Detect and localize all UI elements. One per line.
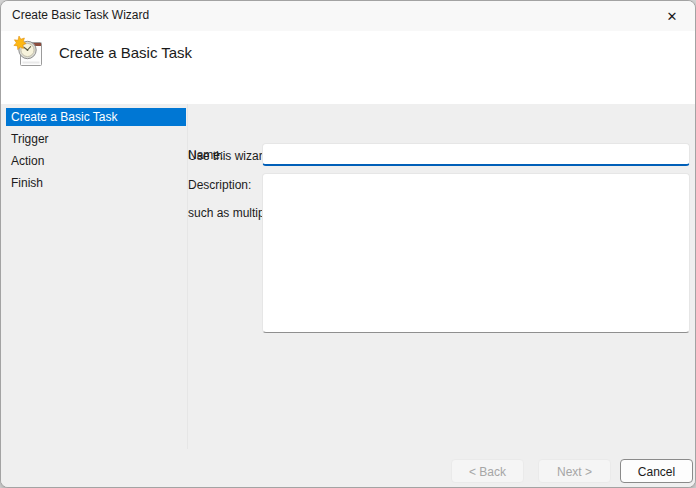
cancel-button[interactable]: Cancel: [620, 459, 693, 483]
name-input[interactable]: [262, 143, 690, 166]
description-textarea[interactable]: [262, 173, 690, 333]
close-icon: ✕: [667, 9, 678, 24]
page-title: Create a Basic Task: [59, 44, 192, 61]
sidebar-item-action: Action: [6, 152, 186, 170]
title-bar: Create Basic Task Wizard ✕: [1, 1, 695, 31]
back-button[interactable]: < Back: [451, 459, 524, 483]
window-title: Create Basic Task Wizard: [12, 1, 149, 31]
close-button[interactable]: ✕: [649, 1, 695, 31]
wizard-header: Create a Basic Task: [1, 31, 695, 104]
sidebar-item-finish: Finish: [6, 174, 186, 192]
next-button[interactable]: Next >: [538, 459, 611, 483]
create-basic-task-wizard-dialog: Create Basic Task Wizard ✕ Create a Basi…: [0, 0, 696, 488]
task-wizard-icon: [13, 36, 45, 68]
wizard-body: Create a Basic Task Trigger Action Finis…: [1, 104, 695, 487]
sidebar-item-create-a-basic-task: Create a Basic Task: [6, 108, 186, 126]
name-label: Name:: [188, 148, 223, 162]
sidebar-item-trigger: Trigger: [6, 130, 186, 148]
description-label: Description:: [188, 178, 251, 192]
